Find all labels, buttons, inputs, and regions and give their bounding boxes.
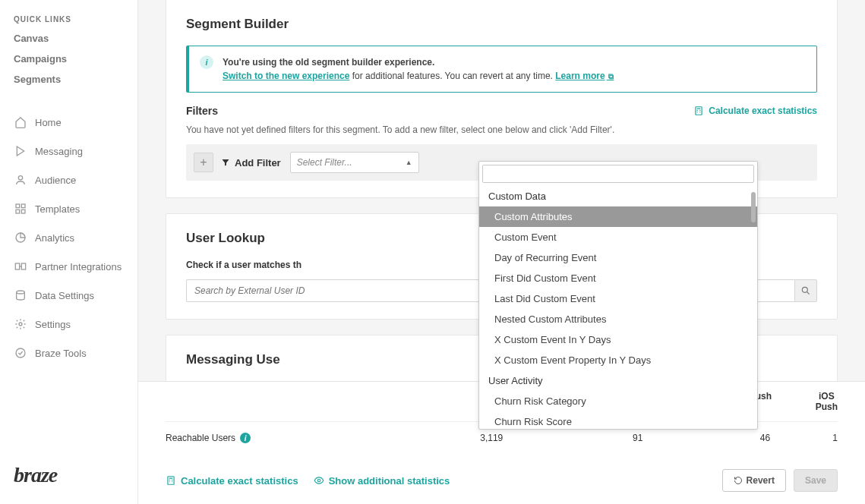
banner-after: for additional features. You can revert … bbox=[349, 71, 555, 81]
analytics-icon bbox=[14, 231, 27, 244]
svg-point-14 bbox=[317, 479, 320, 482]
user-search-button[interactable] bbox=[794, 279, 817, 302]
dropdown-item[interactable]: Churn Risk Score bbox=[479, 411, 757, 429]
nav-label: Templates bbox=[35, 203, 80, 215]
show-additional-stats-link[interactable]: Show additional statistics bbox=[314, 475, 450, 487]
nav-messaging[interactable]: Messaging bbox=[0, 137, 137, 165]
filters-empty-text: You have not yet defined filters for thi… bbox=[186, 124, 817, 135]
filters-heading: Filters bbox=[186, 105, 218, 117]
tools-icon bbox=[14, 346, 27, 360]
dropdown-item[interactable]: X Custom Event Property In Y Days bbox=[479, 350, 757, 370]
undo-icon bbox=[734, 476, 743, 485]
svg-rect-7 bbox=[21, 263, 25, 269]
dropdown-item[interactable]: Day of Recurring Event bbox=[479, 247, 757, 268]
dropdown-item[interactable]: Custom Event bbox=[479, 227, 757, 247]
svg-rect-3 bbox=[16, 209, 20, 213]
svg-rect-4 bbox=[21, 209, 25, 213]
learn-more-link[interactable]: Learn more ⧉ bbox=[555, 71, 614, 81]
dropdown-item[interactable]: First Did Custom Event bbox=[479, 268, 757, 288]
dropdown-item[interactable]: Nested Custom Attributes bbox=[479, 309, 757, 329]
main-content: Segment Builder i You're using the old s… bbox=[138, 0, 865, 504]
svg-rect-2 bbox=[21, 204, 25, 208]
svg-point-9 bbox=[19, 323, 22, 326]
dropdown-scrollbar[interactable] bbox=[751, 192, 756, 222]
search-icon bbox=[800, 285, 811, 296]
dropdown-item[interactable]: Churn Risk Category bbox=[479, 391, 757, 411]
audience-icon bbox=[14, 173, 27, 187]
quick-links-heading: QUICK LINKS bbox=[14, 15, 124, 24]
nav-templates[interactable]: Templates bbox=[0, 194, 137, 223]
footer-actions: Calculate exact statistics Show addition… bbox=[166, 457, 838, 504]
nav-analytics[interactable]: Analytics bbox=[0, 223, 137, 252]
home-icon bbox=[14, 115, 27, 129]
add-filter-label: Add Filter bbox=[221, 157, 281, 169]
svg-point-12 bbox=[802, 287, 807, 292]
dropdown-item[interactable]: Custom Attributes bbox=[479, 206, 757, 227]
sidebar: QUICK LINKS Canvas Campaigns Segments Ho… bbox=[0, 0, 138, 504]
nav-label: Analytics bbox=[35, 232, 74, 244]
templates-icon bbox=[14, 202, 27, 216]
svg-rect-11 bbox=[696, 107, 702, 115]
quick-link-canvas[interactable]: Canvas bbox=[14, 33, 124, 44]
revert-button[interactable]: Revert bbox=[722, 469, 786, 492]
col-ios: iOS Push bbox=[816, 391, 838, 412]
web-value: 46 bbox=[698, 433, 833, 443]
svg-point-8 bbox=[17, 291, 25, 294]
save-button: Save bbox=[794, 469, 838, 492]
info-tooltip-icon[interactable]: i bbox=[240, 433, 251, 443]
chevron-down-icon: ▲ bbox=[406, 159, 412, 166]
total-value: 3,119 bbox=[406, 433, 578, 443]
nav-label: Settings bbox=[35, 319, 71, 330]
nav-label: Messaging bbox=[35, 146, 83, 157]
page-title: Segment Builder bbox=[186, 17, 817, 32]
messaging-icon bbox=[14, 144, 27, 158]
svg-point-10 bbox=[16, 348, 25, 358]
nav-label: Home bbox=[35, 117, 62, 128]
dropdown-group: Custom Data bbox=[479, 186, 757, 206]
data-icon bbox=[14, 288, 27, 302]
dropdown-item[interactable]: Last Did Custom Event bbox=[479, 288, 757, 309]
banner-line1: You're using the old segment builder exp… bbox=[223, 57, 434, 68]
calculate-stats-link[interactable]: Calculate exact statistics bbox=[693, 106, 817, 116]
external-link-icon: ⧉ bbox=[607, 72, 614, 80]
nav-label: Data Settings bbox=[35, 290, 94, 301]
dropdown-item[interactable]: X Custom Event In Y Days bbox=[479, 329, 757, 350]
nav-audience[interactable]: Audience bbox=[0, 165, 137, 194]
eye-icon bbox=[314, 475, 324, 486]
main-nav: Home Messaging Audience Templates Analyt… bbox=[0, 94, 137, 367]
quick-link-campaigns[interactable]: Campaigns bbox=[14, 53, 124, 65]
nav-tools[interactable]: Braze Tools bbox=[0, 339, 137, 367]
partner-icon bbox=[14, 260, 27, 273]
row-label: Reachable Users bbox=[166, 433, 235, 443]
brand-logo: braze bbox=[0, 463, 137, 504]
calculator-icon bbox=[693, 106, 704, 116]
nav-label: Audience bbox=[35, 175, 76, 186]
gear-icon bbox=[14, 317, 27, 331]
filter-select[interactable]: Select Filter... ▲ bbox=[290, 152, 419, 173]
svg-rect-1 bbox=[16, 204, 20, 208]
info-icon: i bbox=[200, 55, 213, 69]
filter-dropdown: Custom Data Custom Attributes Custom Eve… bbox=[478, 161, 758, 430]
funnel-icon bbox=[221, 158, 230, 167]
quick-link-segments[interactable]: Segments bbox=[14, 74, 124, 85]
svg-rect-13 bbox=[168, 477, 174, 485]
dropdown-search-input[interactable] bbox=[482, 165, 754, 183]
svg-rect-6 bbox=[15, 263, 19, 269]
ios-value: 1 bbox=[832, 433, 838, 443]
svg-point-0 bbox=[18, 176, 22, 180]
info-banner: i You're using the old segment builder e… bbox=[186, 46, 817, 93]
nav-partner[interactable]: Partner Integrations bbox=[0, 252, 137, 281]
nav-home[interactable]: Home bbox=[0, 108, 137, 137]
nav-settings[interactable]: Settings bbox=[0, 310, 137, 339]
email-value: 91 bbox=[578, 433, 698, 443]
nav-data[interactable]: Data Settings bbox=[0, 281, 137, 310]
add-filter-button[interactable]: + bbox=[194, 153, 213, 172]
nav-label: Partner Integrations bbox=[35, 261, 122, 272]
calculator-icon bbox=[166, 475, 176, 486]
dropdown-group: User Activity bbox=[479, 370, 757, 391]
switch-experience-link[interactable]: Switch to the new experience bbox=[223, 71, 349, 81]
nav-label: Braze Tools bbox=[35, 348, 87, 359]
select-placeholder: Select Filter... bbox=[297, 157, 352, 168]
calculate-stats-footer-link[interactable]: Calculate exact statistics bbox=[166, 475, 298, 487]
